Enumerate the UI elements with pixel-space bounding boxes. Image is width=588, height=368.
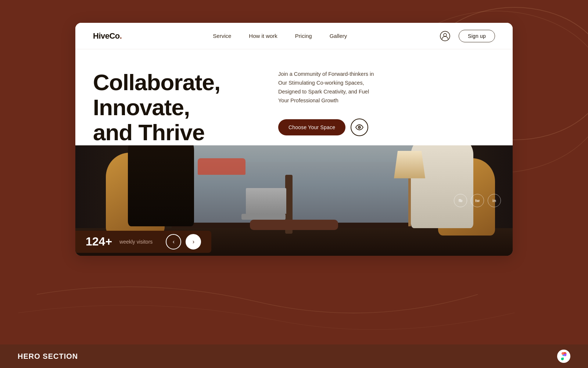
car-decoration xyxy=(198,158,245,175)
hero-subtitle: Join a Community of Forward-thinkers in … xyxy=(278,70,377,105)
next-arrow-button[interactable]: › xyxy=(186,234,201,250)
user-icon xyxy=(440,31,450,41)
laptop-screen xyxy=(246,188,286,214)
lamp xyxy=(394,151,425,226)
logo-dot: . xyxy=(120,31,122,40)
footer-badge-text: HERO SECTION xyxy=(18,352,78,361)
user-icon-button[interactable] xyxy=(438,29,452,43)
nav-links: Service How it work Pricing Gallery xyxy=(213,33,347,39)
prev-arrow-button[interactable]: ‹ xyxy=(166,234,181,250)
person-left xyxy=(128,145,194,226)
next-arrow-icon: › xyxy=(193,238,194,245)
headline-line3: and Thrive xyxy=(93,120,205,145)
stats-number: 124+ xyxy=(86,235,112,248)
nav-arrows: ‹ › xyxy=(166,234,201,250)
svg-point-2 xyxy=(440,31,450,41)
main-card: HiveCo. Service How it work Pricing Gall… xyxy=(75,23,513,256)
twitter-button[interactable]: tw xyxy=(471,194,484,207)
linkedin-button[interactable]: in xyxy=(488,194,501,207)
nav-link-gallery[interactable]: Gallery xyxy=(330,33,347,39)
nav-right: Sign up xyxy=(438,29,495,43)
navbar: HiveCo. Service How it work Pricing Gall… xyxy=(75,23,513,49)
facebook-button[interactable]: fb xyxy=(454,194,467,207)
footer-badge-bar: HERO SECTION xyxy=(0,344,588,368)
nav-link-service[interactable]: Service xyxy=(213,33,231,39)
eye-icon xyxy=(355,124,363,130)
nav-item-service[interactable]: Service xyxy=(213,33,231,39)
signup-button[interactable]: Sign up xyxy=(459,30,495,42)
stats-inner: 124+ weekly visitors ‹ › xyxy=(75,231,211,253)
laptop-decoration xyxy=(241,214,286,220)
stats-bar: 124+ weekly visitors ‹ › xyxy=(75,228,513,256)
headline-line2: Innovate, xyxy=(93,95,190,120)
hero-actions: Choose Your Space xyxy=(278,118,380,136)
lamp-pole xyxy=(408,178,411,226)
figma-icon[interactable] xyxy=(557,350,570,363)
hero-upper: Collaborate, Innovate, and Thrive Join a… xyxy=(75,49,513,145)
facebook-label: fb xyxy=(459,198,462,203)
lamp-shade xyxy=(394,151,425,178)
hero-image-area: 124+ weekly visitors ‹ › fb tw xyxy=(75,145,513,256)
nav-item-how-it-work[interactable]: How it work xyxy=(249,33,277,39)
svg-point-3 xyxy=(444,33,447,36)
window-decoration xyxy=(163,145,425,223)
nav-link-pricing[interactable]: Pricing xyxy=(295,33,312,39)
linkedin-label: in xyxy=(492,198,496,203)
stats-label: weekly visitors xyxy=(119,239,153,245)
choose-space-button[interactable]: Choose Your Space xyxy=(278,119,345,135)
hero-headline: Collaborate, Innovate, and Thrive xyxy=(93,70,249,145)
nav-item-gallery[interactable]: Gallery xyxy=(330,33,347,39)
hero-center: Join a Community of Forward-thinkers in … xyxy=(266,49,391,145)
prev-arrow-icon: ‹ xyxy=(173,238,175,245)
headline-line1: Collaborate, xyxy=(93,70,220,95)
hero-left: Collaborate, Innovate, and Thrive xyxy=(75,49,266,145)
logo: HiveCo. xyxy=(93,31,122,41)
svg-point-5 xyxy=(359,127,360,127)
nav-item-pricing[interactable]: Pricing xyxy=(295,33,312,39)
nav-link-how-it-work[interactable]: How it work xyxy=(249,33,277,39)
eye-button[interactable] xyxy=(351,118,368,136)
figma-logo-icon xyxy=(560,352,568,360)
twitter-label: tw xyxy=(475,198,480,203)
social-icons: fb tw in xyxy=(454,194,501,207)
